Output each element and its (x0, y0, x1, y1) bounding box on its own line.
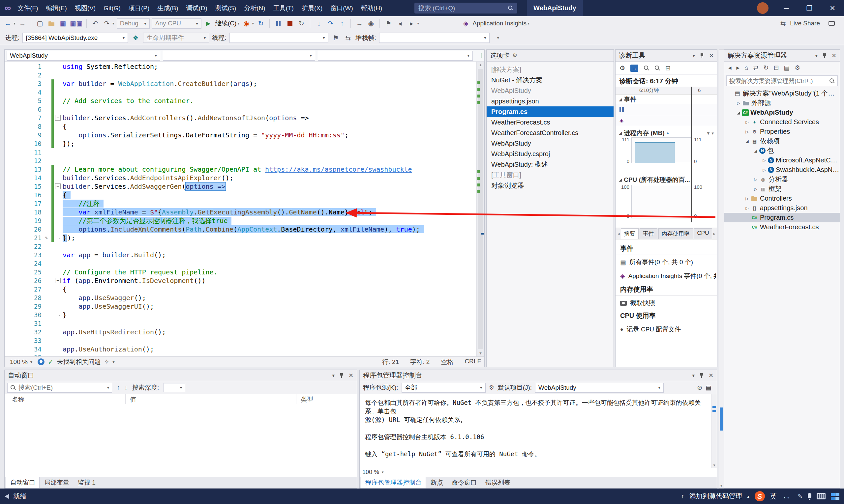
type-dropdown[interactable]: ▾ (163, 51, 315, 60)
code-line[interactable]: 2 (5, 71, 477, 79)
scroll-up-icon[interactable]: ▲ (477, 61, 484, 67)
fold-collapse-icon[interactable]: − (55, 278, 61, 283)
tree-item[interactable]: ▷NSwashbuckle.AspNetC... (724, 165, 840, 175)
collapse-all-icon[interactable]: ⊟ (773, 64, 779, 71)
close-icon[interactable]: ✕ (831, 52, 837, 59)
diagnostics-tab[interactable]: CPU (694, 228, 712, 239)
take-snapshot-link[interactable]: 截取快照 (630, 299, 655, 307)
code-line[interactable]: 3var builder = WebApplication.CreateBuil… (5, 79, 477, 88)
open-document-item[interactable]: WebApiStudy: 概述 (487, 159, 614, 170)
zoom-dropdown[interactable]: 100 %▾ (8, 358, 34, 366)
tree-item[interactable]: ◢▦依赖项 (724, 137, 840, 146)
events-section-header[interactable]: ◢事件 (616, 95, 717, 104)
step-into-icon[interactable]: ↓ (314, 18, 323, 28)
expander-icon[interactable]: ▷ (752, 177, 759, 182)
application-insights-dropdown[interactable]: Application Insights (472, 20, 527, 27)
space-mode-indicator[interactable]: 空格 (441, 358, 453, 366)
code-line[interactable]: 16{ (5, 191, 477, 199)
show-all-files-icon[interactable]: ▤ (784, 64, 790, 71)
code-line[interactable]: 21✎}); (5, 234, 477, 242)
member-dropdown[interactable]: ▾ (318, 51, 473, 60)
break-events-track[interactable] (616, 104, 717, 115)
save-all-icon[interactable]: ▣▣ (70, 18, 82, 28)
column-value[interactable]: 值 (130, 395, 136, 404)
menu-item[interactable]: 项目(P) (125, 0, 153, 16)
dock-scrollbar[interactable]: ▼ (719, 49, 724, 488)
expander-icon[interactable]: ▷ (761, 158, 768, 163)
scroll-down-icon[interactable]: ▼ (719, 484, 724, 488)
close-icon[interactable]: ✕ (709, 52, 714, 59)
code-line[interactable]: 19 //第二个参数为是否显示控制器注释，我选择true (5, 216, 477, 225)
new-file-icon[interactable]: ▢ (35, 18, 45, 28)
code-line[interactable]: 33 (5, 336, 477, 345)
code-line[interactable]: 34app.UseAuthorization(); (5, 345, 477, 354)
pin-icon[interactable] (700, 53, 704, 58)
navigate-forward-icon[interactable]: → (18, 18, 27, 28)
open-document-item[interactable]: NuGet - 解决方案 (487, 75, 614, 85)
code-line[interactable]: 14builder.Services.AddEndpointsApiExplor… (5, 174, 477, 182)
tree-item[interactable]: ▷◎分析器 (724, 175, 840, 184)
account-avatar[interactable] (757, 2, 769, 14)
threads-dropdown[interactable]: ▾ (229, 33, 328, 43)
ime-skin-icon[interactable] (831, 493, 839, 500)
scroll-tabs-right-icon[interactable]: ▸ (713, 231, 716, 236)
memory-section-header[interactable]: ◢进程内存 (MB)●▼ ▾ (616, 129, 717, 137)
add-to-source-control-button[interactable]: 添加到源代码管理 (689, 492, 742, 501)
tree-item[interactable]: C#WeatherForecast.cs (724, 222, 840, 232)
open-file-icon[interactable] (47, 18, 56, 28)
scrollbar-thumb[interactable] (720, 408, 723, 431)
fold-collapse-icon[interactable]: − (55, 183, 61, 189)
console-zoom-dropdown[interactable]: 100 %▾ (362, 468, 384, 476)
code-line[interactable]: 8{ (5, 122, 477, 131)
window-position-icon[interactable]: ▾ (692, 373, 695, 378)
app-insights-events-link[interactable]: Application Insights 事件(0 个, 共 0 个) (628, 272, 716, 280)
health-status-text[interactable]: 未找到相关问题 (57, 358, 101, 366)
stop-command-icon[interactable]: ▤ (706, 384, 711, 391)
maximize-button[interactable]: ❐ (798, 0, 821, 16)
menu-item[interactable]: 分析(N) (240, 0, 269, 16)
continue-icon[interactable]: ▶ (204, 18, 213, 28)
scroll-down-icon[interactable]: ▼ (477, 351, 484, 355)
expander-icon[interactable]: ▷ (761, 168, 768, 172)
tool-window-tab[interactable]: 错误列表 (481, 477, 514, 488)
step-over-icon[interactable]: ↷ (326, 18, 335, 28)
pin-icon[interactable] (699, 373, 704, 378)
autos-search-input[interactable]: 搜索(Ctrl+E) ▾ (7, 383, 112, 393)
code-line[interactable]: 22 (5, 242, 477, 251)
tree-item[interactable]: ◢C#WebApiStudy (724, 108, 840, 117)
refresh-icon[interactable]: ↻ (763, 64, 769, 71)
solution-platforms-dropdown[interactable]: Any CPU▾ (152, 18, 202, 29)
code-line[interactable]: 5// Add services to the container. (5, 96, 477, 105)
show-next-statement-icon[interactable]: → (355, 18, 364, 28)
open-document-item[interactable]: WeatherForecastController.cs (487, 127, 614, 138)
pin-icon[interactable] (339, 373, 344, 378)
editor-scrollbar[interactable]: ▲ ▼ (477, 61, 484, 356)
process-dropdown[interactable]: [35664] WebApiStudy.exe▾ (22, 33, 128, 43)
code-line[interactable]: 15−builder.Services.AddSwaggerGen(option… (5, 182, 477, 191)
tool-window-tab[interactable]: 局部变量 (40, 477, 73, 488)
menu-item[interactable]: 工具(T) (269, 0, 298, 16)
document-health-icon[interactable] (38, 358, 45, 365)
minimize-button[interactable]: ─ (775, 0, 798, 16)
expander-icon[interactable]: ◢ (735, 110, 742, 115)
code-line[interactable]: 20 options.IncludeXmlComments(Path.Combi… (5, 225, 477, 234)
code-line[interactable]: 30} (5, 311, 477, 319)
restart-debugging-icon[interactable]: ↻ (297, 18, 306, 28)
diagnostics-tab[interactable]: 摘要 (621, 228, 639, 239)
menu-item[interactable]: 窗口(W) (326, 0, 357, 16)
continue-button[interactable]: 继续(C) (215, 19, 236, 28)
column-type[interactable]: 类型 (301, 395, 313, 404)
column-name[interactable]: 名称 (12, 395, 24, 404)
feedback-icon[interactable] (827, 18, 836, 28)
code-line[interactable]: 35 (5, 354, 477, 356)
menu-item[interactable]: 扩展(X) (298, 0, 326, 16)
solution-explorer-header[interactable]: 解决方案资源管理器 ▾ ✕ (724, 50, 840, 61)
menu-item[interactable]: 生成(B) (153, 0, 182, 16)
ime-mode-indicator[interactable]: 英 (770, 492, 777, 501)
cpu-section-header[interactable]: ◢CPU (所有处理器的百... (616, 176, 717, 184)
menu-item[interactable]: 编辑(E) (42, 0, 71, 16)
undo-icon[interactable]: ↶ (91, 18, 100, 28)
diagnostics-tab[interactable]: 事件 (640, 228, 657, 239)
tree-item[interactable]: ▷⚙Properties (724, 127, 840, 137)
console-output[interactable]: 每个包都由其所有者许可给你。NuGet 不负责第三方包，也不授予其许可证。一些包… (360, 394, 711, 468)
